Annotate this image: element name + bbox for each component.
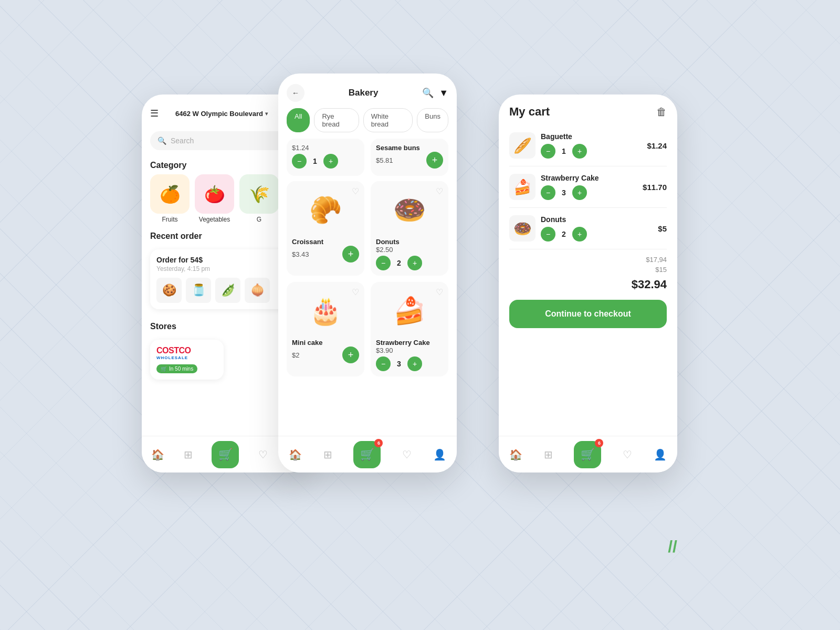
baguette-image: 🥖	[509, 132, 536, 159]
cart-items-list: 🥖 Baguette − 1 + $1.24 🍰	[499, 125, 677, 249]
product-strawberry-cake: ♡ 🍰 Strawberry Cake $3.90 − 3 +	[371, 282, 448, 376]
partial-card-baguette: $1.24 − 1 +	[287, 139, 364, 176]
nav-home-right[interactable]: 🏠	[509, 448, 522, 461]
baguette-details: Baguette − 1 +	[541, 132, 587, 159]
filter-tabs: All Rye bread White bread Buns	[278, 108, 457, 139]
increase-baguette-cart[interactable]: +	[572, 144, 587, 159]
cart-badge-middle: 6	[374, 439, 383, 447]
vegetables-label: Vegetables	[199, 216, 230, 223]
total-row: $32.94	[509, 278, 667, 291]
donuts-qty: 2	[395, 259, 403, 267]
back-button[interactable]: ←	[287, 84, 304, 102]
costco-logo: COSTCO	[156, 346, 217, 355]
heart-icon-croissant[interactable]: ♡	[352, 186, 359, 196]
add-minicake-button[interactable]: +	[342, 346, 359, 363]
partial-card-sesame: Sesame buns $5.81 +	[371, 139, 448, 176]
donuts-qty-row: − 2 +	[376, 256, 443, 270]
cart-item-donuts-left: 🍩 Donuts − 2 +	[509, 215, 587, 242]
filter-tab-buns[interactable]: Buns	[417, 108, 448, 132]
grains-icon: 🌾	[239, 174, 279, 214]
decrease-donuts[interactable]: −	[376, 256, 391, 270]
location-text: 6462 W Olympic Boulevard	[175, 110, 263, 118]
baguette-controls: − 1 +	[541, 144, 587, 159]
discount-value: $15	[655, 266, 667, 274]
nav-cart-button[interactable]: 🛒	[212, 441, 239, 468]
decrease-strawberry[interactable]: −	[376, 356, 391, 371]
nav-heart-middle[interactable]: ♡	[402, 448, 412, 461]
nav-home-middle[interactable]: 🏠	[289, 448, 302, 461]
nav-cart-button-right[interactable]: 🛒 6	[574, 441, 601, 468]
heart-icon-donuts[interactable]: ♡	[436, 186, 443, 196]
truck-icon: 🛒	[161, 366, 167, 372]
increase-strawberry-cart[interactable]: +	[572, 185, 587, 200]
increase-qty-baguette[interactable]: +	[323, 154, 338, 169]
location-selector[interactable]: 6462 W Olympic Boulevard ▾	[175, 110, 268, 118]
cart-summary: $17,94 $15 $32.94 Continue to checkout	[499, 249, 677, 334]
costco-store-card[interactable]: COSTCO WHOLESALE 🛒 In 50 mins	[150, 340, 224, 380]
filter-tab-white[interactable]: White bread	[363, 108, 413, 132]
subtotal-value: $17,94	[646, 256, 667, 264]
category-vegetables[interactable]: 🍅 Vegetables	[195, 174, 234, 223]
croissant-name: Croissant	[292, 238, 359, 246]
strawberry-qty-row: − 3 +	[376, 356, 443, 371]
croissant-price: $3.43	[292, 250, 309, 258]
subtotal-row: $17,94	[509, 256, 667, 264]
increase-strawberry[interactable]: +	[407, 356, 422, 371]
donuts-cart-name: Donuts	[541, 215, 587, 224]
order-items: 🍪 🫙 🫛 🧅	[156, 278, 295, 303]
checkout-button[interactable]: Continue to checkout	[509, 300, 667, 328]
decrease-donuts-cart[interactable]: −	[541, 227, 555, 242]
fruits-label: Fruits	[162, 216, 178, 223]
bottom-nav-middle: 🏠 ⊞ 🛒 6 ♡ 👤	[278, 436, 457, 472]
add-croissant-button[interactable]: +	[342, 246, 359, 262]
filter-icon[interactable]: ▼	[439, 88, 448, 99]
add-sesame-button[interactable]: +	[426, 152, 443, 169]
category-fruits[interactable]: 🍊 Fruits	[150, 174, 190, 223]
strawberry-cart-controls: − 3 +	[541, 185, 599, 200]
minicake-image: 🎂	[292, 287, 359, 334]
increase-donuts-cart[interactable]: +	[572, 227, 587, 242]
search-icon[interactable]: 🔍	[422, 87, 434, 99]
minicake-name: Mini cake	[292, 339, 359, 346]
order-item-jar: 🫙	[186, 278, 211, 303]
nav-home[interactable]: 🏠	[151, 448, 164, 461]
sesame-name: Sesame buns	[376, 144, 443, 152]
decrease-qty-baguette[interactable]: −	[292, 154, 307, 169]
nav-cart-button-middle[interactable]: 🛒 6	[353, 441, 381, 468]
qty-baguette: 1	[311, 157, 319, 165]
bakery-title: Bakery	[349, 88, 379, 98]
filter-tab-rye[interactable]: Rye bread	[314, 108, 359, 132]
nav-heart-right[interactable]: ♡	[623, 448, 632, 461]
increase-donuts[interactable]: +	[407, 256, 422, 270]
cart-header: My cart 🗑	[499, 94, 677, 125]
cart-item-baguette: 🥖 Baguette − 1 + $1.24	[509, 125, 667, 166]
heart-icon-strawberry[interactable]: ♡	[436, 287, 443, 297]
phone-bakery: ← Bakery 🔍 ▼ All Rye bread White bread B…	[278, 74, 457, 472]
order-title: Order for 54$	[156, 256, 295, 264]
nav-grid[interactable]: ⊞	[184, 448, 193, 461]
search-icon: 🔍	[158, 136, 166, 145]
decrease-strawberry-cart[interactable]: −	[541, 185, 555, 200]
nav-grid-middle[interactable]: ⊞	[323, 448, 332, 461]
strawberry-cart-image: 🍰	[509, 174, 536, 200]
discount-row: $15	[509, 266, 667, 274]
header-icons: 🔍 ▼	[422, 87, 448, 99]
strawberry-name: Strawberry Cake	[376, 339, 443, 346]
category-grains[interactable]: 🌾 G	[239, 174, 279, 223]
vegetables-icon: 🍅	[195, 174, 234, 214]
products-grid: ♡ 🥐 Croissant $3.43 + ♡ 🍩 Donuts $2.50 −…	[278, 181, 457, 376]
trash-icon[interactable]: 🗑	[656, 106, 667, 118]
donuts-price: $2.50	[376, 246, 393, 254]
donuts-cart-qty: 2	[560, 230, 568, 238]
strawberry-cart-price: $11.70	[643, 183, 667, 192]
nav-heart[interactable]: ♡	[258, 448, 268, 461]
strawberry-price: $3.90	[376, 346, 393, 354]
hamburger-icon[interactable]: ☰	[150, 108, 159, 119]
heart-icon-minicake[interactable]: ♡	[352, 287, 359, 297]
minicake-price: $2	[292, 351, 299, 359]
decrease-baguette-cart[interactable]: −	[541, 144, 555, 159]
nav-user-right[interactable]: 👤	[654, 448, 667, 461]
nav-user-middle[interactable]: 👤	[433, 448, 446, 461]
filter-tab-all[interactable]: All	[287, 108, 310, 132]
nav-grid-right[interactable]: ⊞	[544, 448, 553, 461]
